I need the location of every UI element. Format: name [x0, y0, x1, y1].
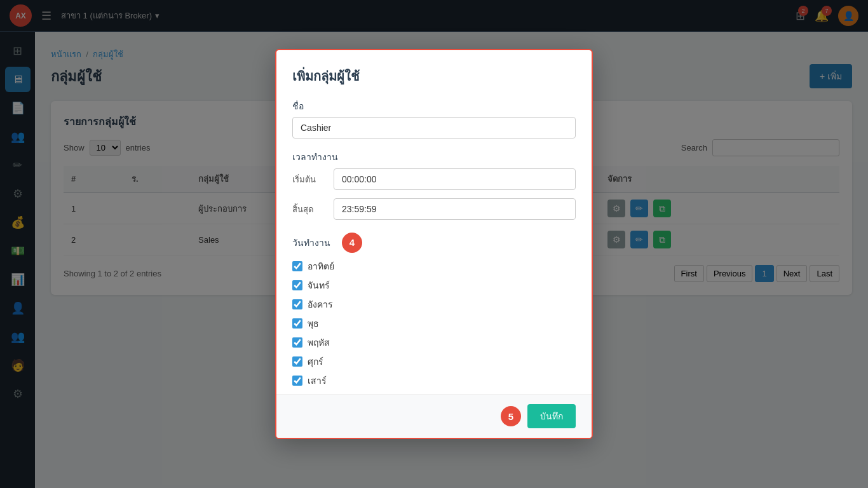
day-thursday[interactable]: พฤหัส [292, 336, 576, 349]
end-time-input[interactable] [334, 198, 576, 220]
day-sunday-checkbox[interactable] [292, 261, 302, 271]
day-saturday[interactable]: เสาร์ [292, 374, 576, 388]
add-group-modal: เพิ่มกลุ่มผู้ใช้ ชื่อ เวลาทำงาน เริ่มต้น… [275, 49, 593, 439]
day-wednesday[interactable]: พุธ [292, 316, 576, 330]
work-days-group: วันทำงาน 4 อาทิตย์ จันทร์ อังคาร พ [292, 233, 576, 388]
day-wednesday-label: พุธ [308, 316, 319, 330]
start-label: เริ่มต้น [292, 168, 327, 191]
modal-title: เพิ่มกลุ่มผู้ใช้ [292, 66, 576, 86]
day-saturday-checkbox[interactable] [292, 376, 302, 386]
end-label: สิ้นสุด [292, 198, 327, 221]
end-time-row: สิ้นสุด [292, 198, 576, 221]
day-tuesday[interactable]: อังคาร [292, 297, 576, 311]
day-wednesday-checkbox[interactable] [292, 318, 302, 329]
modal-footer: 5 บันทึก [276, 394, 592, 438]
name-label: ชื่อ [292, 99, 576, 113]
day-monday[interactable]: จันทร์ [292, 278, 576, 292]
modal-body: เพิ่มกลุ่มผู้ใช้ ชื่อ เวลาทำงาน เริ่มต้น… [276, 50, 592, 394]
day-tuesday-label: อังคาร [308, 297, 333, 311]
step5-badge: 5 [501, 406, 521, 426]
day-monday-label: จันทร์ [308, 278, 330, 292]
day-friday[interactable]: ศุกร์ [292, 355, 576, 369]
day-tuesday-checkbox[interactable] [292, 299, 302, 309]
name-group: ชื่อ [292, 99, 576, 139]
work-days-label: วันทำงาน [292, 236, 330, 250]
day-friday-checkbox[interactable] [292, 356, 302, 367]
step4-badge: 4 [342, 233, 362, 253]
start-time-row: เริ่มต้น [292, 168, 576, 191]
save-button[interactable]: บันทึก [527, 404, 576, 428]
name-input[interactable] [292, 117, 576, 139]
day-saturday-label: เสาร์ [308, 374, 327, 388]
day-thursday-checkbox[interactable] [292, 337, 302, 348]
day-monday-checkbox[interactable] [292, 280, 302, 290]
day-sunday-label: อาทิตย์ [308, 259, 334, 273]
day-friday-label: ศุกร์ [308, 355, 323, 369]
start-time-input[interactable] [334, 168, 576, 190]
work-time-group: เวลาทำงาน เริ่มต้น สิ้นสุด [292, 150, 576, 221]
modal-overlay: เพิ่มกลุ่มผู้ใช้ ชื่อ เวลาทำงาน เริ่มต้น… [0, 0, 868, 488]
day-thursday-label: พฤหัส [308, 336, 330, 349]
day-sunday[interactable]: อาทิตย์ [292, 259, 576, 273]
work-time-label: เวลาทำงาน [292, 150, 576, 164]
